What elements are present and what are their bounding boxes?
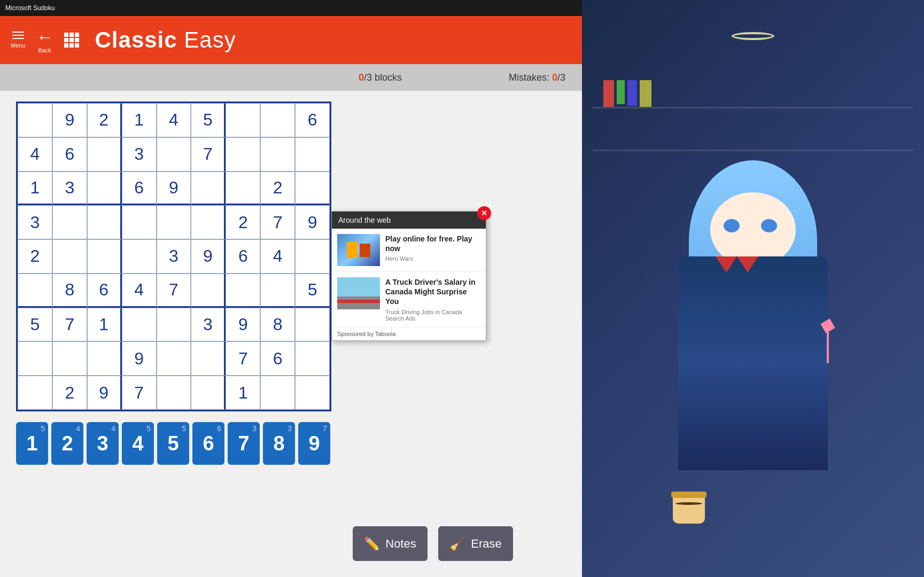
cell-7-2[interactable] (87, 341, 122, 376)
cell-1-3: 3 (122, 137, 157, 171)
cell-7-7: 6 (260, 341, 295, 376)
ad-item-2[interactable]: A Truck Driver's Salary in Canada Might … (332, 272, 486, 328)
cell-7-0[interactable] (18, 341, 52, 376)
cell-0-7[interactable] (260, 103, 295, 137)
cell-0-1: 9 (52, 103, 87, 137)
cell-1-7[interactable] (260, 137, 295, 171)
mistakes-display: Mistakes: 0/3 (509, 72, 565, 83)
cell-3-4[interactable] (157, 205, 191, 239)
cell-2-0: 1 (18, 171, 52, 206)
ad-text-2: A Truck Driver's Salary in Canada Might … (385, 277, 480, 322)
cell-5-7[interactable] (260, 274, 295, 308)
ad-title-2: A Truck Driver's Salary in Canada Might … (385, 277, 480, 307)
cell-2-3: 6 (122, 171, 157, 206)
number-button-9[interactable]: 97 (298, 422, 330, 465)
number-button-2[interactable]: 24 (51, 422, 83, 465)
cell-2-5[interactable] (191, 171, 226, 206)
title-bar-left: Microsoft Sudoku (5, 4, 55, 12)
cell-4-1[interactable] (52, 239, 87, 274)
cell-1-1: 6 (52, 137, 87, 171)
cell-8-5[interactable] (191, 376, 226, 410)
cell-0-0[interactable] (18, 103, 52, 137)
cell-0-8: 6 (295, 103, 330, 137)
cell-1-8[interactable] (295, 137, 330, 171)
number-button-3[interactable]: 34 (87, 422, 119, 465)
cell-2-8[interactable] (295, 171, 330, 206)
cell-7-1[interactable] (52, 341, 87, 376)
sudoku-grid[interactable]: 9214564637136923279239648647557139897629… (16, 102, 331, 411)
number-button-1[interactable]: 15 (16, 422, 48, 465)
ad-title-1: Play online for free. Play now (385, 234, 480, 253)
cell-2-7: 2 (260, 171, 295, 206)
cell-6-3[interactable] (122, 308, 157, 342)
cell-6-4[interactable] (157, 308, 191, 342)
cell-4-5: 9 (191, 239, 226, 274)
header-left: Menu ← Back Classic Easy (11, 27, 236, 53)
cell-4-8[interactable] (295, 239, 330, 274)
cell-3-0: 3 (18, 205, 52, 239)
cell-7-4[interactable] (157, 341, 191, 376)
cell-0-5: 5 (191, 103, 226, 137)
cell-5-1: 8 (52, 274, 87, 308)
number-button-4[interactable]: 45 (122, 422, 154, 465)
cell-5-2: 6 (87, 274, 122, 308)
cell-3-5[interactable] (191, 205, 226, 239)
cell-3-7: 7 (260, 205, 295, 239)
cell-4-7: 4 (260, 239, 295, 274)
erase-button[interactable]: 🧹 Erase (438, 526, 513, 561)
ad-item-1[interactable]: Play online for free. Play now Hero Wars (332, 229, 486, 272)
sudoku-container: 9214564637136923279239648647557139897629… (16, 102, 331, 465)
cell-8-0[interactable] (18, 376, 52, 410)
cell-6-0: 5 (18, 308, 52, 342)
cell-3-3[interactable] (122, 205, 157, 239)
cell-3-1[interactable] (52, 205, 87, 239)
cell-4-4: 3 (157, 239, 191, 274)
erase-label: Erase (471, 537, 501, 551)
cell-5-6[interactable] (226, 274, 260, 308)
number-button-5[interactable]: 55 (157, 422, 189, 465)
notes-label: Notes (385, 537, 416, 551)
cell-5-5[interactable] (191, 274, 226, 308)
ad-close-button[interactable]: ✕ (477, 206, 491, 220)
blocks-progress: 0/3 blocks (359, 72, 402, 83)
menu-button[interactable]: Menu (11, 32, 26, 49)
cell-4-2[interactable] (87, 239, 122, 274)
number-button-8[interactable]: 83 (263, 422, 295, 465)
cell-6-5: 3 (191, 308, 226, 342)
cell-1-6[interactable] (226, 137, 260, 171)
erase-icon: 🧹 (449, 536, 465, 551)
cell-8-1: 2 (52, 376, 87, 410)
cell-7-8[interactable] (295, 341, 330, 376)
cell-4-3[interactable] (122, 239, 157, 274)
app-title-text: Classic Easy (95, 27, 236, 53)
cell-5-4: 7 (157, 274, 191, 308)
ad-source-2: Truck Driving Jobs in Canada Search Ads (385, 309, 480, 322)
cell-0-3: 1 (122, 103, 157, 137)
cell-7-6: 7 (226, 341, 260, 376)
cell-8-8[interactable] (295, 376, 330, 410)
number-button-7[interactable]: 73 (228, 422, 260, 465)
cell-5-0[interactable] (18, 274, 52, 308)
ad-header-text: Around the web (338, 216, 391, 224)
notes-button[interactable]: ✏️ Notes (353, 526, 428, 561)
cell-6-8[interactable] (295, 308, 330, 342)
cell-1-4[interactable] (157, 137, 191, 171)
back-button[interactable]: ← Back (36, 27, 53, 53)
cell-2-2[interactable] (87, 171, 122, 206)
app-title: Microsoft Sudoku (5, 4, 55, 12)
notes-icon: ✏️ (364, 536, 380, 551)
cell-0-4: 4 (157, 103, 191, 137)
cell-1-0: 4 (18, 137, 52, 171)
cell-2-6[interactable] (226, 171, 260, 206)
cell-8-3: 7 (122, 376, 157, 410)
number-button-6[interactable]: 66 (192, 422, 224, 465)
cell-8-6: 1 (226, 376, 260, 410)
cell-7-5[interactable] (191, 341, 226, 376)
cell-1-2[interactable] (87, 137, 122, 171)
cell-6-6: 9 (226, 308, 260, 342)
cell-3-2[interactable] (87, 205, 122, 239)
cell-0-6[interactable] (226, 103, 260, 137)
cell-8-7[interactable] (260, 376, 295, 410)
action-buttons-area: ✏️ Notes 🧹 Erase (353, 526, 513, 561)
cell-8-4[interactable] (157, 376, 191, 410)
